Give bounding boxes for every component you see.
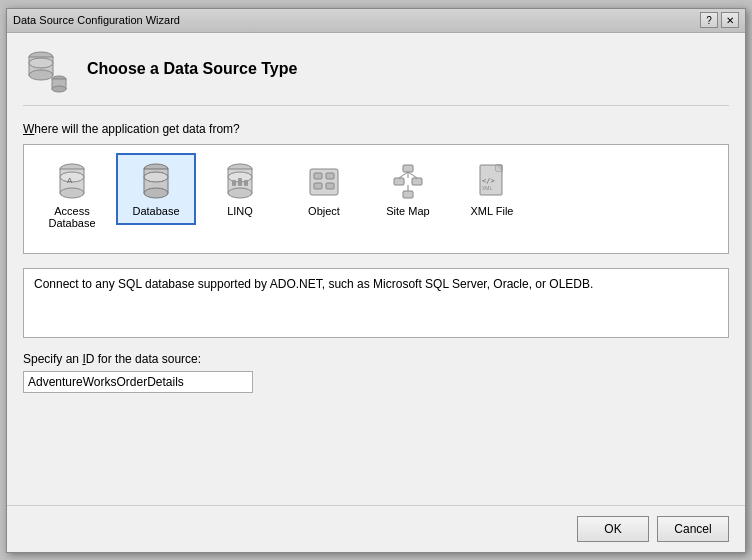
svg-text:A: A: [67, 176, 73, 185]
window-title: Data Source Configuration Wizard: [13, 14, 180, 26]
linq-label: LINQ: [227, 205, 253, 217]
xmlfile-icon: </> XML: [474, 161, 510, 201]
svg-rect-29: [394, 178, 404, 185]
svg-rect-31: [403, 191, 413, 198]
cancel-button[interactable]: Cancel: [657, 516, 729, 542]
sitemap-icon: [390, 161, 426, 201]
wizard-content: Choose a Data Source Type Where will the…: [7, 33, 745, 505]
datasource-item-xmlfile[interactable]: </> XML XML File: [452, 153, 532, 225]
datasource-item-database[interactable]: Database: [116, 153, 196, 225]
database-icon: [138, 161, 174, 201]
svg-text:</>: </>: [482, 177, 495, 185]
id-label: Specify an ID for the data source:: [23, 352, 729, 366]
title-bar-buttons: ? ✕: [700, 12, 739, 28]
wizard-title: Choose a Data Source Type: [87, 60, 297, 78]
object-label: Object: [308, 205, 340, 217]
datasource-section: Where will the application get data from…: [23, 122, 729, 268]
wizard-window: Data Source Configuration Wizard ? ✕: [6, 8, 746, 553]
svg-point-6: [52, 86, 66, 92]
linq-icon: [222, 161, 258, 201]
svg-point-15: [144, 172, 168, 182]
datasource-item-sitemap[interactable]: Site Map: [368, 153, 448, 225]
datasource-label: Where will the application get data from…: [23, 122, 729, 136]
header-section: Choose a Data Source Type: [23, 45, 729, 106]
svg-point-14: [144, 188, 168, 198]
svg-rect-24: [314, 173, 322, 179]
datasource-item-object[interactable]: Object: [284, 153, 364, 225]
title-bar: Data Source Configuration Wizard ? ✕: [7, 9, 745, 33]
description-text: Connect to any SQL database supported by…: [34, 277, 593, 291]
database-label: Database: [132, 205, 179, 217]
datasource-item-linq[interactable]: LINQ: [200, 153, 280, 225]
access-label: AccessDatabase: [48, 205, 95, 229]
datasource-box: A AccessDatabase Dat: [23, 144, 729, 254]
id-section: Specify an ID for the data source:: [23, 352, 729, 393]
svg-rect-26: [314, 183, 322, 189]
svg-rect-28: [403, 165, 413, 172]
description-box: Connect to any SQL database supported by…: [23, 268, 729, 338]
access-icon: A: [54, 161, 90, 201]
svg-line-34: [408, 172, 417, 178]
datasource-item-access[interactable]: A AccessDatabase: [32, 153, 112, 237]
help-button[interactable]: ?: [700, 12, 718, 28]
wizard-icon: [23, 45, 71, 93]
sitemap-label: Site Map: [386, 205, 429, 217]
close-button[interactable]: ✕: [721, 12, 739, 28]
svg-rect-25: [326, 173, 334, 179]
svg-point-3: [29, 58, 53, 68]
footer: OK Cancel: [7, 505, 745, 552]
ok-button[interactable]: OK: [577, 516, 649, 542]
id-input[interactable]: [23, 371, 253, 393]
svg-line-33: [399, 172, 408, 178]
svg-point-9: [60, 188, 84, 198]
svg-text:XML: XML: [482, 185, 493, 191]
xmlfile-label: XML File: [471, 205, 514, 217]
svg-rect-27: [326, 183, 334, 189]
svg-rect-22: [244, 180, 248, 186]
svg-point-2: [29, 70, 53, 80]
object-icon: [306, 161, 342, 201]
svg-rect-30: [412, 178, 422, 185]
svg-point-18: [228, 188, 252, 198]
svg-rect-21: [238, 178, 242, 186]
svg-rect-20: [232, 180, 236, 186]
